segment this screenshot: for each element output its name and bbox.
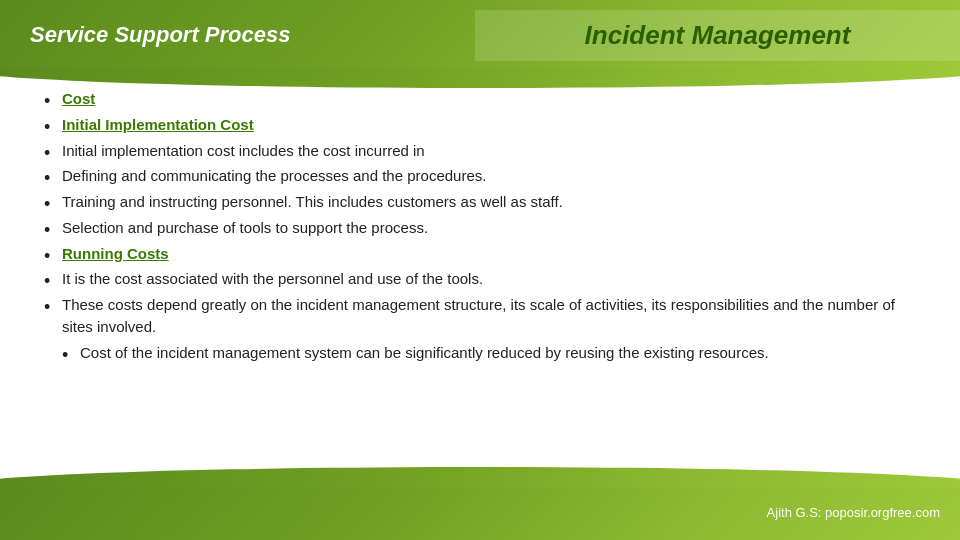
cost-label: Cost xyxy=(62,90,95,107)
banner-left-title: Service Support Process xyxy=(0,22,475,48)
bullet-text: Initial implementation cost includes the… xyxy=(62,142,425,159)
list-item: Cost xyxy=(40,88,920,110)
list-item: These costs depend greatly on the incide… xyxy=(40,294,920,338)
list-item: Cost of the incident management system c… xyxy=(40,342,920,364)
bullet-text: These costs depend greatly on the incide… xyxy=(62,296,895,335)
list-item: It is the cost associated with the perso… xyxy=(40,268,920,290)
top-banner: Service Support Process Incident Managem… xyxy=(0,0,960,70)
list-item: Initial Implementation Cost xyxy=(40,114,920,136)
bottom-banner: Ajith G.S: poposir.orgfree.com xyxy=(0,485,960,540)
list-item: Running Costs xyxy=(40,243,920,265)
banner-right-title: Incident Management xyxy=(475,10,960,61)
list-item: Selection and purchase of tools to suppo… xyxy=(40,217,920,239)
content-area: Cost Initial Implementation Cost Initial… xyxy=(20,78,940,480)
footer-credit: Ajith G.S: poposir.orgfree.com xyxy=(767,505,960,520)
bullet-text: Training and instructing personnel. This… xyxy=(62,193,563,210)
list-item: Defining and communicating the processes… xyxy=(40,165,920,187)
bullet-text: It is the cost associated with the perso… xyxy=(62,270,483,287)
list-item: Initial implementation cost includes the… xyxy=(40,140,920,162)
initial-impl-cost-label: Initial Implementation Cost xyxy=(62,116,254,133)
bullet-text: Selection and purchase of tools to suppo… xyxy=(62,219,428,236)
bullet-text: Cost of the incident management system c… xyxy=(80,344,769,361)
slide: Service Support Process Incident Managem… xyxy=(0,0,960,540)
bullet-text: Defining and communicating the processes… xyxy=(62,167,486,184)
running-costs-label: Running Costs xyxy=(62,245,169,262)
list-item: Training and instructing personnel. This… xyxy=(40,191,920,213)
bullet-list: Cost Initial Implementation Cost Initial… xyxy=(40,88,920,363)
